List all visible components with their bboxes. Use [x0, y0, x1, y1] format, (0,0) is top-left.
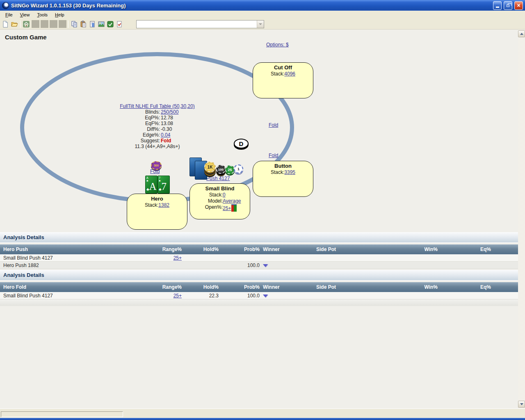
seat-button: Button Stack:3395 — [253, 161, 313, 197]
open-button[interactable] — [10, 20, 19, 29]
seat-name: Cut Off — [253, 64, 313, 71]
restore-icon — [507, 5, 509, 7]
eqf-label: EqF%: — [93, 121, 160, 126]
disabled-button-icon — [59, 20, 66, 28]
smallblind-stack-link[interactable]: 0 — [223, 192, 226, 198]
chip-stack-1: 1 — [234, 164, 243, 173]
disabled-button-icon — [41, 20, 48, 28]
report-icon — [89, 21, 96, 28]
validate-red-icon — [116, 21, 123, 28]
app-window: SitNGo Wizard 1.0.1.153 (30 Days Remaini… — [0, 0, 525, 420]
combobox-value — [137, 21, 257, 28]
vertical-scrollbar[interactable] — [518, 30, 525, 409]
scroll-down-button[interactable] — [518, 401, 525, 408]
hero-cards: A♣ ♣A 7♣ ♣7 — [145, 176, 170, 194]
analysis-details-title: Analysis Details — [3, 234, 44, 240]
check-green-icon — [107, 21, 114, 28]
arrow-down-icon — [520, 403, 523, 405]
blinds-link[interactable]: 250/500 — [161, 109, 178, 115]
range-link[interactable]: 25+ — [173, 293, 182, 299]
button-fold-link[interactable]: Fold — [269, 153, 278, 158]
disabled-button — [58, 20, 67, 29]
analysis-section-fold: Analysis Details Hero Fold Range% Hold% … — [0, 270, 518, 306]
winner-dropdown-icon[interactable] — [263, 294, 268, 297]
game-title-link[interactable]: FullTilt NLHE Full Table (50,30,20) — [93, 103, 221, 109]
copy-button[interactable] — [70, 20, 79, 29]
seat-name: Button — [253, 163, 313, 169]
check-button[interactable] — [106, 20, 115, 29]
analysis-section-push: Analysis Details Hero Push Range% Hold% … — [0, 232, 518, 269]
seat-cutoff: Cut Off Stack:4096 — [253, 62, 313, 98]
range-link[interactable]: 25+ — [173, 255, 182, 261]
eqp-label: EqP%: — [93, 115, 160, 121]
menu-tools[interactable]: Tools — [33, 11, 51, 18]
toolbar — [0, 19, 525, 30]
open-folder-icon — [11, 21, 18, 28]
disabled-button — [40, 20, 49, 29]
cutoff-fold-link[interactable]: Fold — [269, 122, 278, 128]
diff-label: Diff%: — [93, 126, 160, 132]
new-document-button[interactable] — [1, 20, 10, 29]
edge-link[interactable]: 0.04 — [161, 132, 170, 138]
paste-button[interactable] — [79, 20, 88, 29]
smallblind-push-link[interactable]: Push 4127 — [206, 176, 230, 181]
table-row: Small Blind Push 4127 25+ 22.3 100.0 — [0, 292, 518, 299]
home-button[interactable] — [22, 20, 31, 29]
range-grid-icon[interactable] — [231, 204, 237, 212]
image-button[interactable] — [97, 20, 106, 29]
window-bottom-frame — [0, 418, 525, 420]
restore-button[interactable] — [504, 1, 512, 10]
table-row: Small Blind Push 4127 25+ — [0, 254, 518, 262]
hero-stack-link[interactable]: 1382 — [158, 202, 169, 208]
suggest-value: Fold — [160, 138, 221, 144]
table-footer-strip — [0, 299, 518, 306]
analysis-details-title: Analysis Details — [3, 272, 44, 278]
game-info: FullTilt NLHE Full Table (50,30,20) Blin… — [93, 103, 221, 149]
smallblind-open-link[interactable]: 25+ — [223, 205, 231, 211]
chip-stack-1k: 1K — [204, 162, 216, 172]
button-stack-link[interactable]: 3395 — [284, 169, 295, 175]
close-icon: × — [517, 2, 520, 8]
options-link[interactable]: Options: $ — [266, 42, 289, 48]
seat-name: Hero — [127, 196, 187, 202]
menu-view[interactable]: View — [16, 11, 34, 18]
seat-small-blind: Small Blind Stack: 0 Model: Average Open… — [189, 183, 250, 219]
seat-hero: Hero Stack:1382 — [127, 194, 187, 230]
window-title: SitNGo Wizard 1.0.1.153 (30 Days Remaini… — [11, 2, 491, 9]
smallblind-model-link[interactable]: Average — [223, 198, 241, 204]
menu-help[interactable]: Help — [51, 11, 68, 18]
close-button[interactable]: × — [514, 1, 523, 10]
disabled-button — [49, 20, 58, 29]
toolbar-combobox[interactable] — [136, 20, 264, 28]
toolbar-separator — [20, 21, 21, 28]
dealer-button: D — [234, 139, 249, 148]
minimize-button[interactable] — [493, 1, 502, 10]
minimize-icon — [496, 7, 499, 8]
blinds-label: Blinds: — [93, 109, 160, 115]
arrow-up-icon — [520, 33, 523, 35]
eqf-value: 13.08 — [160, 121, 221, 126]
menu-file[interactable]: File — [2, 11, 16, 18]
hand-value: 11.3 (44+,A9+,A8s+) — [93, 144, 221, 149]
new-document-icon — [2, 21, 9, 28]
winner-dropdown-icon[interactable] — [263, 264, 268, 267]
cutoff-stack-link[interactable]: 4096 — [284, 71, 295, 77]
scroll-up-button[interactable] — [518, 30, 525, 37]
report-button[interactable] — [88, 20, 97, 29]
suggest-label: Suggest: — [93, 138, 160, 144]
paste-icon — [80, 21, 87, 28]
table-row: Hero Push 1882 100.0 — [0, 262, 518, 269]
disabled-button-icon — [32, 20, 39, 28]
table-header: Hero Push Range% Hold% Prob% Winner Side… — [0, 244, 518, 254]
status-bar — [0, 409, 525, 418]
title-bar: SitNGo Wizard 1.0.1.153 (30 Days Remaini… — [0, 0, 525, 11]
validate-button[interactable] — [115, 20, 124, 29]
seat-name: Small Blind — [190, 185, 250, 192]
combobox-dropdown-button[interactable] — [257, 21, 264, 28]
hero-card-2: 7♣ ♣7 — [158, 176, 170, 194]
image-icon — [98, 21, 105, 28]
copy-icon — [71, 21, 78, 28]
eqp-value: 12.78 — [160, 115, 221, 121]
status-panel — [1, 411, 123, 417]
disabled-button-icon — [50, 20, 57, 28]
